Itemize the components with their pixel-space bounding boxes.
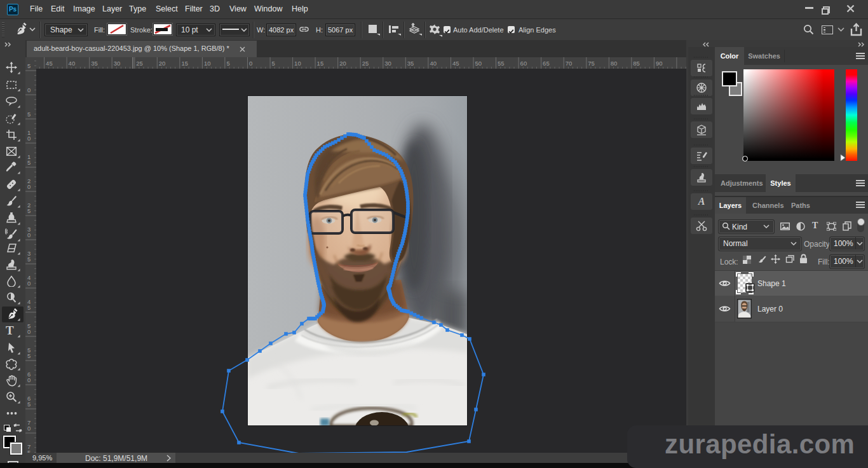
- svg-text:45: 45: [452, 60, 459, 67]
- svg-text:35: 35: [91, 60, 98, 67]
- svg-text:0: 0: [249, 60, 252, 67]
- svg-text:5: 5: [226, 60, 229, 67]
- svg-text:5: 5: [27, 256, 31, 263]
- svg-text:0: 0: [27, 328, 31, 335]
- svg-text:0: 0: [27, 135, 31, 142]
- svg-text:5: 5: [27, 352, 31, 359]
- svg-text:20: 20: [159, 60, 166, 67]
- svg-text:15: 15: [317, 60, 324, 67]
- svg-text:5: 5: [27, 159, 31, 166]
- svg-text:60: 60: [520, 60, 527, 67]
- svg-text:25: 25: [362, 60, 369, 67]
- svg-text:0: 0: [27, 280, 31, 287]
- svg-text:35: 35: [407, 60, 414, 67]
- svg-text:A: A: [698, 196, 705, 207]
- svg-text:40: 40: [69, 60, 76, 67]
- svg-text:10: 10: [204, 60, 211, 67]
- svg-text:45: 45: [46, 60, 53, 67]
- svg-text:65: 65: [543, 60, 550, 67]
- svg-text:5: 5: [27, 304, 31, 311]
- svg-text:5: 5: [27, 207, 31, 214]
- svg-text:0: 0: [27, 425, 31, 432]
- svg-text:0: 0: [27, 231, 31, 238]
- svg-text:50: 50: [475, 60, 482, 67]
- svg-text:90: 90: [656, 60, 663, 67]
- svg-text:70: 70: [566, 60, 573, 67]
- svg-text:40: 40: [430, 60, 437, 67]
- svg-text:10: 10: [294, 60, 301, 67]
- svg-text:5: 5: [27, 62, 31, 69]
- svg-text:0: 0: [27, 183, 31, 190]
- svg-text:5: 5: [27, 111, 31, 118]
- svg-text:55: 55: [498, 60, 505, 67]
- svg-text:85: 85: [633, 60, 640, 67]
- svg-text:15: 15: [181, 60, 188, 67]
- svg-text:30: 30: [114, 60, 121, 67]
- svg-text:5: 5: [27, 401, 31, 408]
- svg-text:0: 0: [27, 86, 31, 93]
- svg-text:30: 30: [384, 60, 391, 67]
- svg-text:80: 80: [611, 60, 618, 67]
- svg-text:0: 0: [27, 376, 31, 383]
- svg-text:20: 20: [339, 60, 346, 67]
- svg-text:25: 25: [136, 60, 143, 67]
- svg-text:75: 75: [588, 60, 595, 67]
- svg-text:5: 5: [272, 60, 275, 67]
